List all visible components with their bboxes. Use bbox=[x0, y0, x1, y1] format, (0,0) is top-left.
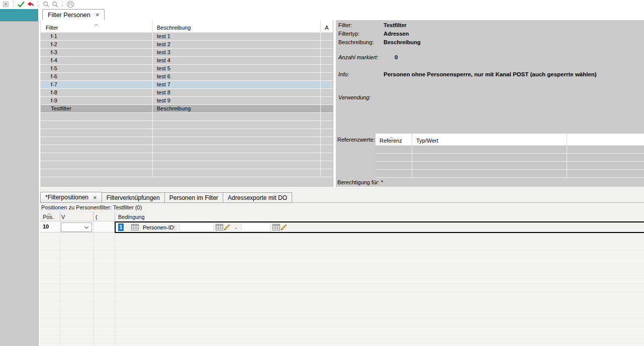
sort-asc-icon bbox=[94, 21, 99, 27]
referenzwerte-row-empty bbox=[376, 146, 644, 154]
undo-icon[interactable] bbox=[26, 1, 35, 8]
tab-personen-im-filter[interactable]: Personen im Filter bbox=[164, 192, 223, 203]
print-icon[interactable] bbox=[66, 1, 75, 8]
field-value-filter: Testfilter bbox=[384, 22, 407, 28]
detail-panel: Filter: Testfilter Filtertyp: Adressen B… bbox=[336, 20, 644, 187]
table-row[interactable]: f-9test 9 bbox=[41, 97, 333, 105]
condition-index-badge: 1 bbox=[118, 223, 124, 231]
column-header-v[interactable]: V bbox=[61, 214, 65, 220]
toolbar-separator bbox=[38, 1, 39, 7]
field-value-beschreibung: Beschreibung bbox=[384, 39, 420, 45]
column-divider bbox=[115, 211, 115, 221]
column-divider bbox=[60, 211, 60, 221]
field-label-info: Info: bbox=[338, 71, 349, 77]
field-label-referenzwerte: Referenzwerte: bbox=[337, 137, 375, 143]
table-row[interactable]: f-8test 8 bbox=[41, 89, 333, 97]
sidebar-accent-block bbox=[0, 9, 38, 21]
delete-icon[interactable] bbox=[1, 1, 10, 8]
toolbar-separator bbox=[62, 1, 64, 7]
tab-label: Filterverknüpfungen bbox=[107, 194, 160, 201]
table-row[interactable]: f-3test 3 bbox=[41, 49, 333, 57]
tab-filter-personen[interactable]: Filter Personen × bbox=[42, 9, 105, 20]
positions-empty-area bbox=[40, 233, 644, 346]
column-header-typwert[interactable]: Typ/Wert bbox=[412, 134, 567, 145]
table-row[interactable]: f-1test 1 bbox=[41, 33, 333, 41]
referenzwerte-table-header: Referenz Typ/Wert bbox=[376, 134, 644, 146]
confirm-icon[interactable] bbox=[17, 1, 26, 8]
table-row-empty bbox=[41, 145, 333, 153]
tab-label: Adressexporte mit DO bbox=[228, 194, 287, 201]
chevron-down-icon bbox=[84, 226, 89, 229]
table-row-empty bbox=[41, 137, 333, 145]
column-header-blank bbox=[567, 134, 644, 145]
table-row[interactable]: f-2test 2 bbox=[41, 41, 333, 49]
field-value-filtertyp: Adressen bbox=[384, 31, 409, 37]
position-number: 10 bbox=[43, 223, 49, 229]
tab-label: Filter Personen bbox=[48, 12, 90, 19]
grid-lookup-icon[interactable] bbox=[216, 224, 223, 230]
referenzwerte-row-empty bbox=[376, 162, 644, 170]
column-divider bbox=[60, 233, 60, 346]
column-divider bbox=[93, 233, 94, 346]
field-label-verwendung: Verwendung: bbox=[338, 94, 371, 100]
column-header-paren[interactable]: ( bbox=[96, 214, 98, 220]
tab-adressexporte-mit-do[interactable]: Adressexporte mit DO bbox=[223, 192, 292, 203]
zoom-in-icon[interactable] bbox=[41, 1, 50, 8]
app-window: Filter Personen × Filter Beschreibung A … bbox=[0, 0, 644, 346]
table-row-empty bbox=[41, 161, 333, 169]
edit-pencil-icon[interactable] bbox=[224, 224, 231, 230]
referenzwerte-row-empty bbox=[376, 154, 644, 162]
table-row-highlighted[interactable]: f-7test 7 bbox=[41, 81, 333, 89]
table-row[interactable]: f-6test 6 bbox=[41, 73, 333, 81]
column-header-a[interactable]: A bbox=[321, 20, 333, 32]
column-header-beschreibung[interactable]: Beschreibung bbox=[153, 20, 321, 32]
grid-lookup-icon[interactable] bbox=[131, 224, 139, 230]
field-label-filter: Filter: bbox=[338, 22, 352, 28]
left-panel bbox=[0, 21, 39, 346]
field-value-anzahl-markiert: 0 bbox=[395, 54, 398, 60]
grid-lookup-icon[interactable] bbox=[272, 224, 280, 230]
tab-label: *Filterpositionen bbox=[45, 194, 88, 201]
condition-field-label: Personen-ID: bbox=[143, 224, 175, 230]
table-row-empty bbox=[41, 113, 333, 121]
column-header-pos[interactable]: Pos. bbox=[43, 214, 54, 220]
tab-label: Personen im Filter bbox=[169, 194, 218, 201]
positions-caption: Positionen zu Personenfilter: Testfilter… bbox=[41, 204, 142, 210]
close-icon[interactable]: × bbox=[93, 194, 97, 201]
table-row-empty bbox=[41, 129, 333, 137]
field-label-anzahl-markiert: Anzahl markiert: bbox=[338, 54, 378, 60]
verknuepfung-dropdown[interactable] bbox=[61, 222, 92, 232]
referenzwerte-row-empty bbox=[376, 170, 644, 178]
close-icon[interactable]: × bbox=[96, 12, 100, 18]
table-row-empty bbox=[41, 153, 333, 161]
bedingung-cell[interactable]: 1 Personen-ID: - bbox=[115, 221, 644, 233]
field-value-info: Personen ohne Personensperre, nur mit Ka… bbox=[384, 71, 642, 77]
edit-pencil-icon[interactable] bbox=[281, 224, 288, 230]
toolbar bbox=[0, 0, 75, 8]
column-divider bbox=[93, 211, 94, 221]
condition-value-from-input[interactable] bbox=[179, 223, 214, 232]
referenzwerte-table: Referenz Typ/Wert bbox=[376, 134, 644, 178]
tab-filterpositionen[interactable]: *Filterpositionen × bbox=[40, 192, 102, 203]
column-divider bbox=[115, 233, 115, 346]
table-row-empty bbox=[41, 121, 333, 129]
toolbar-separator bbox=[13, 1, 15, 7]
table-row[interactable]: f-4test 4 bbox=[41, 57, 333, 65]
table-row[interactable]: f-5test 5 bbox=[41, 65, 333, 73]
table-row-empty bbox=[41, 169, 333, 177]
bottom-tabstrip: *Filterpositionen × Filterverknüpfungen … bbox=[40, 192, 292, 203]
tab-filterverknuepfungen[interactable]: Filterverknüpfungen bbox=[102, 192, 165, 203]
table-row-selected[interactable]: TestfilterBeschreibung bbox=[41, 105, 333, 113]
field-label-beschreibung: Beschreibung: bbox=[338, 39, 374, 45]
field-label-filtertyp: Filtertyp: bbox=[338, 31, 359, 37]
condition-value-to-input[interactable] bbox=[241, 223, 270, 232]
field-label-berechtigung: Berechtigung für: * bbox=[337, 179, 383, 185]
sort-asc-icon bbox=[389, 134, 394, 140]
column-header-referenz[interactable]: Referenz bbox=[376, 134, 412, 145]
filter-table: Filter Beschreibung A f-1test 1 f-2test … bbox=[40, 20, 333, 187]
range-dash: - bbox=[235, 224, 237, 230]
filter-table-header: Filter Beschreibung A bbox=[41, 20, 333, 33]
column-header-bedingung[interactable]: Bedingung bbox=[118, 214, 145, 220]
zoom-out-icon[interactable] bbox=[50, 1, 59, 8]
